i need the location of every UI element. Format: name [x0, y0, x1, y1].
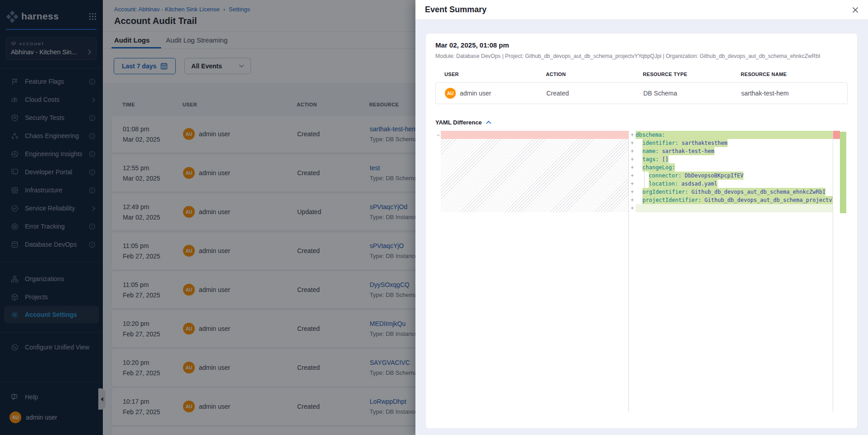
diff-added-marker-bar: [840, 132, 846, 213]
drawer-header: Event Summary: [415, 0, 868, 20]
event-table-row: AU admin user Created DB Schema sarthak-…: [435, 82, 848, 104]
diff-added-line: projectIdentifier:Github_db_devops_aut_d…: [636, 196, 833, 204]
removed-marker: −: [435, 131, 441, 139]
diff-added-line: tags:[]: [636, 155, 833, 163]
diff-added-empty-line: [636, 204, 833, 212]
yaml-difference-label: YAML Difference: [435, 119, 482, 126]
diff-empty-hatch: [441, 139, 628, 212]
yaml-diff-viewer: − + + + + + + + + + + dbschema: ident: [435, 131, 848, 411]
diff-added-line: orgIdentifier:Github_db_devops_aut_db_sc…: [636, 188, 833, 196]
diff-removed-marker-bar: [833, 131, 840, 139]
diff-added-line: identifier:sarthaktesthem: [636, 139, 833, 147]
diff-removed-line: [441, 131, 628, 139]
event-summary-drawer: Event Summary Mar 02, 2025, 01:08 pm Mod…: [415, 0, 868, 435]
event-card: Mar 02, 2025, 01:08 pm Module: Database …: [425, 33, 858, 429]
event-table-header: USER ACTION RESOURCE TYPE RESOURCE NAME: [435, 72, 848, 77]
user-avatar: AU: [445, 88, 456, 99]
column-header-resource-name: RESOURCE NAME: [741, 72, 848, 77]
diff-added-overview: [840, 131, 846, 411]
column-header-resource-type: RESOURCE TYPE: [643, 72, 741, 77]
diff-added-line: connector:DbDevopsoBKpcpIfEV: [636, 172, 833, 180]
column-header-user: USER: [444, 72, 546, 77]
diff-left-pane: [441, 131, 628, 411]
diff-right-pane: dbschema: identifier:sarthaktesthem name…: [636, 131, 833, 411]
event-meta: Module: Database DevOps | Project: Githu…: [435, 53, 848, 59]
diff-added-gutter: + + + + + + + + + +: [629, 131, 636, 411]
diff-added-line: dbschema:: [636, 131, 833, 139]
diff-overview-track: [833, 131, 840, 411]
event-timestamp: Mar 02, 2025, 01:08 pm: [435, 41, 848, 49]
diff-added-line: location:asdsad.yaml: [636, 180, 833, 188]
close-icon[interactable]: [852, 7, 858, 13]
drawer-title: Event Summary: [425, 5, 487, 14]
diff-added-line: name:sarthak-test-hem: [636, 147, 833, 155]
column-header-action: ACTION: [546, 72, 643, 77]
diff-removed-gutter: −: [435, 131, 441, 411]
chevron-up-icon[interactable]: [486, 120, 492, 124]
diff-added-line: changeLog:: [636, 163, 833, 172]
